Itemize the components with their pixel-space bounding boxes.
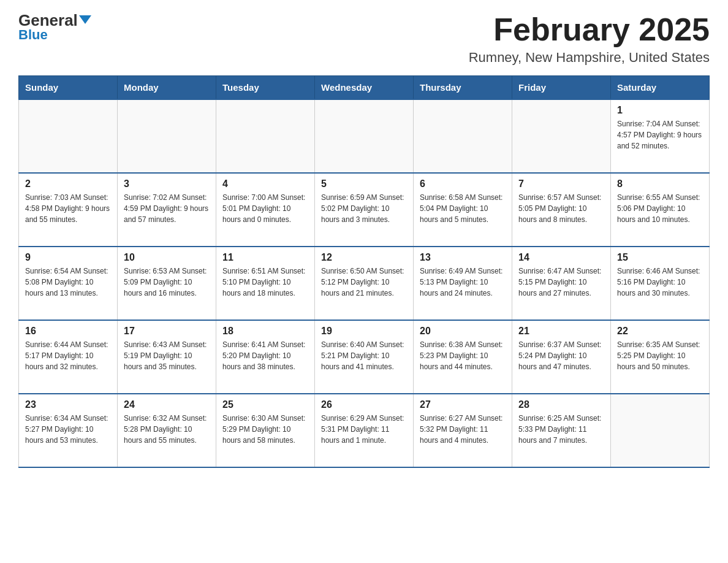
day-number: 20 bbox=[420, 326, 506, 337]
logo-blue: Blue bbox=[18, 27, 48, 43]
day-number: 22 bbox=[617, 326, 703, 337]
calendar-cell: 28Sunrise: 6:25 AM Sunset: 5:33 PM Dayli… bbox=[512, 394, 611, 467]
day-number: 2 bbox=[25, 178, 111, 190]
calendar-week-row: 16Sunrise: 6:44 AM Sunset: 5:17 PM Dayli… bbox=[19, 320, 710, 394]
day-info: Sunrise: 6:34 AM Sunset: 5:27 PM Dayligh… bbox=[25, 413, 111, 446]
weekday-header-monday: Monday bbox=[118, 76, 216, 100]
day-info: Sunrise: 6:46 AM Sunset: 5:16 PM Dayligh… bbox=[617, 266, 703, 299]
day-number: 8 bbox=[617, 178, 703, 190]
calendar-cell: 26Sunrise: 6:29 AM Sunset: 5:31 PM Dayli… bbox=[315, 394, 414, 467]
day-info: Sunrise: 6:49 AM Sunset: 5:13 PM Dayligh… bbox=[420, 266, 506, 299]
day-info: Sunrise: 6:32 AM Sunset: 5:28 PM Dayligh… bbox=[124, 413, 210, 446]
day-info: Sunrise: 6:54 AM Sunset: 5:08 PM Dayligh… bbox=[25, 266, 111, 299]
month-title: February 2025 bbox=[469, 12, 710, 47]
day-number: 24 bbox=[124, 399, 210, 410]
page-header: General Blue February 2025 Rumney, New H… bbox=[18, 12, 710, 66]
calendar-cell: 20Sunrise: 6:38 AM Sunset: 5:23 PM Dayli… bbox=[414, 320, 512, 394]
day-number: 1 bbox=[617, 105, 703, 116]
day-info: Sunrise: 6:38 AM Sunset: 5:23 PM Dayligh… bbox=[420, 339, 506, 372]
calendar-cell: 2Sunrise: 7:03 AM Sunset: 4:58 PM Daylig… bbox=[19, 173, 118, 247]
logo-arrow-icon bbox=[79, 15, 91, 24]
day-info: Sunrise: 6:43 AM Sunset: 5:19 PM Dayligh… bbox=[124, 339, 210, 372]
calendar-cell: 3Sunrise: 7:02 AM Sunset: 4:59 PM Daylig… bbox=[118, 173, 216, 247]
calendar-cell: 27Sunrise: 6:27 AM Sunset: 5:32 PM Dayli… bbox=[414, 394, 512, 467]
calendar-cell: 13Sunrise: 6:49 AM Sunset: 5:13 PM Dayli… bbox=[414, 247, 512, 320]
day-info: Sunrise: 6:30 AM Sunset: 5:29 PM Dayligh… bbox=[222, 413, 308, 446]
weekday-header-wednesday: Wednesday bbox=[315, 76, 414, 100]
calendar-table: SundayMondayTuesdayWednesdayThursdayFrid… bbox=[18, 75, 710, 468]
day-number: 28 bbox=[518, 399, 604, 410]
day-info: Sunrise: 6:58 AM Sunset: 5:04 PM Dayligh… bbox=[420, 192, 506, 225]
calendar-cell bbox=[315, 99, 414, 173]
day-number: 7 bbox=[518, 178, 604, 190]
day-number: 25 bbox=[222, 399, 308, 410]
calendar-cell: 9Sunrise: 6:54 AM Sunset: 5:08 PM Daylig… bbox=[19, 247, 118, 320]
day-info: Sunrise: 6:35 AM Sunset: 5:25 PM Dayligh… bbox=[617, 339, 703, 372]
calendar-cell: 11Sunrise: 6:51 AM Sunset: 5:10 PM Dayli… bbox=[216, 247, 315, 320]
day-number: 26 bbox=[321, 399, 407, 410]
calendar-cell: 5Sunrise: 6:59 AM Sunset: 5:02 PM Daylig… bbox=[315, 173, 414, 247]
calendar-cell: 17Sunrise: 6:43 AM Sunset: 5:19 PM Dayli… bbox=[118, 320, 216, 394]
calendar-cell: 21Sunrise: 6:37 AM Sunset: 5:24 PM Dayli… bbox=[512, 320, 611, 394]
calendar-cell: 12Sunrise: 6:50 AM Sunset: 5:12 PM Dayli… bbox=[315, 247, 414, 320]
calendar-cell: 14Sunrise: 6:47 AM Sunset: 5:15 PM Dayli… bbox=[512, 247, 611, 320]
day-info: Sunrise: 6:37 AM Sunset: 5:24 PM Dayligh… bbox=[518, 339, 604, 372]
day-number: 10 bbox=[124, 252, 210, 263]
weekday-header-saturday: Saturday bbox=[611, 76, 710, 100]
day-info: Sunrise: 6:50 AM Sunset: 5:12 PM Dayligh… bbox=[321, 266, 407, 299]
calendar-cell bbox=[19, 99, 118, 173]
day-number: 16 bbox=[25, 326, 111, 337]
title-block: February 2025 Rumney, New Hampshire, Uni… bbox=[469, 12, 710, 66]
day-info: Sunrise: 7:03 AM Sunset: 4:58 PM Dayligh… bbox=[25, 192, 111, 225]
calendar-week-row: 23Sunrise: 6:34 AM Sunset: 5:27 PM Dayli… bbox=[19, 394, 710, 467]
calendar-cell: 24Sunrise: 6:32 AM Sunset: 5:28 PM Dayli… bbox=[118, 394, 216, 467]
day-number: 13 bbox=[420, 252, 506, 263]
calendar-week-row: 1Sunrise: 7:04 AM Sunset: 4:57 PM Daylig… bbox=[19, 99, 710, 173]
weekday-header-friday: Friday bbox=[512, 76, 611, 100]
day-info: Sunrise: 6:55 AM Sunset: 5:06 PM Dayligh… bbox=[617, 192, 703, 225]
calendar-cell: 7Sunrise: 6:57 AM Sunset: 5:05 PM Daylig… bbox=[512, 173, 611, 247]
day-number: 6 bbox=[420, 178, 506, 190]
calendar-cell: 8Sunrise: 6:55 AM Sunset: 5:06 PM Daylig… bbox=[611, 173, 710, 247]
day-info: Sunrise: 6:41 AM Sunset: 5:20 PM Dayligh… bbox=[222, 339, 308, 372]
calendar-cell bbox=[611, 394, 710, 467]
weekday-header-thursday: Thursday bbox=[414, 76, 512, 100]
day-number: 3 bbox=[124, 178, 210, 190]
calendar-cell bbox=[512, 99, 611, 173]
day-number: 14 bbox=[518, 252, 604, 263]
day-info: Sunrise: 7:02 AM Sunset: 4:59 PM Dayligh… bbox=[124, 192, 210, 225]
day-number: 15 bbox=[617, 252, 703, 263]
day-number: 23 bbox=[25, 399, 111, 410]
day-number: 11 bbox=[222, 252, 308, 263]
location-title: Rumney, New Hampshire, United States bbox=[469, 50, 710, 66]
day-number: 18 bbox=[222, 326, 308, 337]
calendar-cell: 1Sunrise: 7:04 AM Sunset: 4:57 PM Daylig… bbox=[611, 99, 710, 173]
day-info: Sunrise: 6:25 AM Sunset: 5:33 PM Dayligh… bbox=[518, 413, 604, 446]
day-info: Sunrise: 7:00 AM Sunset: 5:01 PM Dayligh… bbox=[222, 192, 308, 225]
calendar-cell: 23Sunrise: 6:34 AM Sunset: 5:27 PM Dayli… bbox=[19, 394, 118, 467]
day-info: Sunrise: 6:40 AM Sunset: 5:21 PM Dayligh… bbox=[321, 339, 407, 372]
day-info: Sunrise: 6:44 AM Sunset: 5:17 PM Dayligh… bbox=[25, 339, 111, 372]
calendar-cell: 15Sunrise: 6:46 AM Sunset: 5:16 PM Dayli… bbox=[611, 247, 710, 320]
day-number: 9 bbox=[25, 252, 111, 263]
day-number: 4 bbox=[222, 178, 308, 190]
calendar-cell bbox=[118, 99, 216, 173]
calendar-cell: 16Sunrise: 6:44 AM Sunset: 5:17 PM Dayli… bbox=[19, 320, 118, 394]
calendar-week-row: 2Sunrise: 7:03 AM Sunset: 4:58 PM Daylig… bbox=[19, 173, 710, 247]
calendar-cell bbox=[414, 99, 512, 173]
day-info: Sunrise: 6:47 AM Sunset: 5:15 PM Dayligh… bbox=[518, 266, 604, 299]
day-number: 17 bbox=[124, 326, 210, 337]
logo: General Blue bbox=[18, 12, 91, 43]
weekday-header-sunday: Sunday bbox=[19, 76, 118, 100]
day-number: 12 bbox=[321, 252, 407, 263]
calendar-cell: 6Sunrise: 6:58 AM Sunset: 5:04 PM Daylig… bbox=[414, 173, 512, 247]
day-info: Sunrise: 6:53 AM Sunset: 5:09 PM Dayligh… bbox=[124, 266, 210, 299]
calendar-cell: 19Sunrise: 6:40 AM Sunset: 5:21 PM Dayli… bbox=[315, 320, 414, 394]
calendar-cell: 18Sunrise: 6:41 AM Sunset: 5:20 PM Dayli… bbox=[216, 320, 315, 394]
weekday-header-tuesday: Tuesday bbox=[216, 76, 315, 100]
calendar-cell bbox=[216, 99, 315, 173]
day-info: Sunrise: 6:51 AM Sunset: 5:10 PM Dayligh… bbox=[222, 266, 308, 299]
day-info: Sunrise: 6:57 AM Sunset: 5:05 PM Dayligh… bbox=[518, 192, 604, 225]
calendar-cell: 4Sunrise: 7:00 AM Sunset: 5:01 PM Daylig… bbox=[216, 173, 315, 247]
calendar-cell: 25Sunrise: 6:30 AM Sunset: 5:29 PM Dayli… bbox=[216, 394, 315, 467]
